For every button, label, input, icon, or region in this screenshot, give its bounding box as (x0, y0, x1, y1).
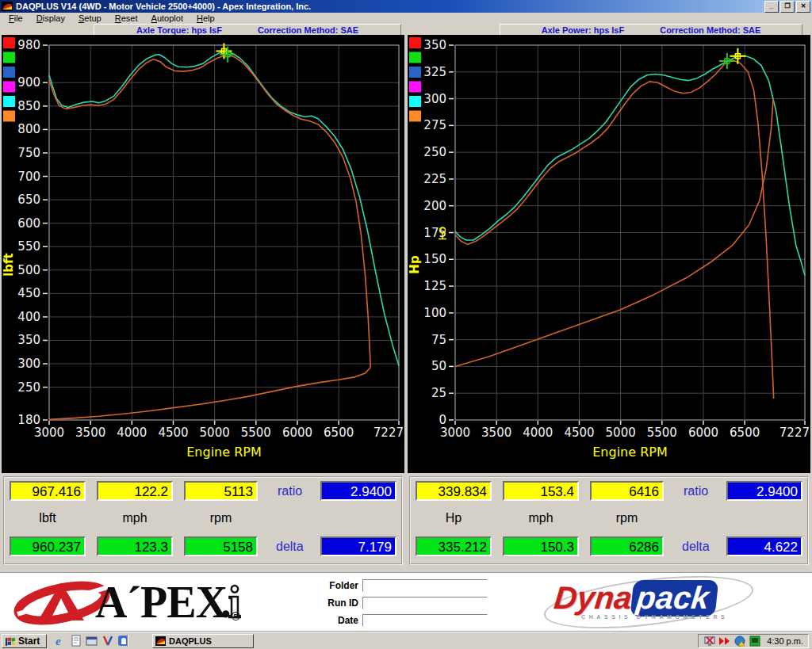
svg-text:4000: 4000 (523, 426, 553, 440)
svg-text:Hp: Hp (408, 255, 422, 274)
rpm-unit-label: rpm (590, 511, 664, 525)
menu-autoplot[interactable]: Autoplot (146, 13, 189, 23)
restore-button[interactable]: ❐ (780, 1, 795, 13)
power-cursor2-mph: 150.3 (503, 536, 579, 556)
menu-display[interactable]: Display (31, 13, 71, 23)
svg-text:325: 325 (423, 65, 446, 79)
torque-cursor-value: 967.416 (10, 481, 86, 501)
svg-text:275: 275 (423, 118, 446, 132)
power-delta-value: 4.622 (726, 536, 802, 556)
dynapack-subtitle: CHASSIS DYNAMOMETERS (581, 614, 728, 620)
daqplus-task-label: DAQPLUS (169, 636, 212, 646)
torque-correction-method: Correction Method: SAE (258, 25, 358, 35)
torque-chart-title: Axle Torque: hps IsF (136, 25, 222, 35)
close-button[interactable]: ✕ (796, 1, 810, 13)
internet-explorer-icon[interactable]: e (54, 635, 67, 647)
torque-chart: 9809008508007507006506005505004504003503… (2, 35, 404, 473)
svg-text:4500: 4500 (564, 426, 594, 440)
svg-text:700: 700 (17, 170, 40, 184)
svg-text:6500: 6500 (324, 426, 354, 440)
dynapack-logo: Dynapack CHASSIS DYNAMOMETERS (550, 579, 752, 627)
power-chart-panel: 3503253002752502252001751501251007550250… (408, 35, 810, 473)
svg-text:600: 600 (17, 216, 40, 231)
svg-text:250: 250 (17, 380, 40, 395)
power-cursor2-value: 335.212 (416, 536, 492, 556)
svg-text:lbft: lbft (2, 253, 16, 277)
daqplus-task-button[interactable]: DAQPLUS (152, 634, 254, 648)
date-label: Date (300, 615, 358, 626)
svg-text:800: 800 (17, 122, 40, 136)
taskbar-divider (127, 635, 128, 647)
power-readout-panel: 339.834 153.4 6416 ratio 2.9400 Hp mph r… (409, 476, 809, 565)
svg-text:150: 150 (423, 252, 446, 266)
svg-text:125: 125 (423, 279, 446, 293)
ratio-label: ratio (684, 484, 708, 498)
svg-text:500: 500 (17, 263, 40, 277)
svg-text:225: 225 (423, 172, 446, 186)
svg-text:200: 200 (423, 199, 446, 213)
torque-chart-panel: 9809008508007507006506005505004504003503… (2, 35, 404, 473)
apex-logo-text: A´PEX (95, 578, 227, 626)
apexi-logo: A´PEX i . ® (13, 577, 240, 628)
svg-text:100: 100 (423, 306, 446, 320)
power-correction-method: Correction Method: SAE (660, 25, 760, 35)
display-error-tray-icon[interactable] (703, 635, 716, 647)
date-field-row: Date (300, 613, 488, 628)
minimize-button[interactable]: _ (764, 1, 779, 13)
ratio-label: ratio (278, 484, 302, 498)
svg-text:4500: 4500 (158, 426, 188, 440)
folder-input[interactable] (362, 579, 488, 592)
start-button[interactable]: Start (2, 634, 47, 648)
monitor-status-tray-icon[interactable] (749, 635, 761, 647)
svg-text:400: 400 (17, 310, 40, 324)
power-cursor2-rpm: 6286 (590, 536, 664, 556)
svg-text:7227: 7227 (373, 426, 404, 440)
torque-ratio-value: 2.9400 (320, 481, 396, 501)
torque-cursor2-mph: 123.3 (97, 536, 173, 556)
menu-bar: File Display Setup Reset Autoplot Help (0, 13, 812, 24)
power-chart-title: Axle Power: hps IsF (542, 25, 625, 35)
quick-launch-bar: e (54, 635, 130, 647)
fast-forward-tray-icon[interactable] (718, 635, 731, 647)
date-input[interactable] (362, 614, 488, 627)
torque-cursor2-rpm: 5158 (184, 536, 258, 556)
torque-cursor-mph: 122.2 (97, 481, 173, 501)
footer-strip: A´PEX i . ® Folder Run ID Date Dynapack … (0, 572, 812, 632)
svg-text:6500: 6500 (730, 426, 760, 440)
rpm-unit-label: rpm (184, 511, 258, 525)
runid-label: Run ID (300, 597, 358, 609)
title-bar: DAQPLUS V14 (4WD - Motor Vehicle 2500+40… (0, 0, 812, 13)
svg-text:e: e (56, 635, 61, 647)
network-warning-tray-icon[interactable] (733, 635, 746, 647)
svg-text:Engine RPM: Engine RPM (592, 445, 668, 460)
mph-unit-label: mph (97, 511, 173, 525)
dynapack-text-pack: pack (630, 580, 718, 617)
svg-text:50: 50 (431, 359, 446, 373)
daqplus-window: DAQPLUS V14 (4WD - Motor Vehicle 2500+40… (0, 0, 812, 649)
svg-text:4000: 4000 (117, 426, 147, 440)
svg-text:6000: 6000 (282, 426, 312, 440)
runid-input[interactable] (362, 597, 488, 609)
power-ratio-value: 2.9400 (726, 481, 802, 501)
start-button-label: Start (18, 636, 40, 647)
torque-delta-value: 7.179 (320, 536, 396, 556)
power-cursor-rpm: 6416 (590, 481, 664, 501)
show-desktop-icon[interactable] (86, 635, 98, 647)
svg-text:3500: 3500 (481, 426, 511, 440)
power-cursor-value: 339.834 (416, 481, 492, 501)
menu-file[interactable]: File (3, 13, 29, 23)
svg-text:450: 450 (17, 286, 40, 300)
mail-page-icon[interactable] (70, 635, 82, 647)
daqplus-logo-icon (155, 636, 166, 646)
power-cursor-mph: 153.4 (503, 481, 579, 501)
media-app-icon[interactable] (102, 635, 114, 647)
svg-text:5500: 5500 (647, 426, 677, 440)
clock: 4:30 p.m. (767, 636, 803, 646)
power-chart-header: Axle Power: hps IsF Correction Method: S… (500, 24, 802, 36)
delta-label: delta (276, 540, 304, 554)
menu-setup[interactable]: Setup (73, 13, 107, 23)
svg-text:7227: 7227 (779, 426, 810, 440)
menu-reset[interactable]: Reset (109, 13, 144, 23)
daqplus-logo-icon (2, 2, 13, 11)
menu-help[interactable]: Help (191, 13, 220, 23)
